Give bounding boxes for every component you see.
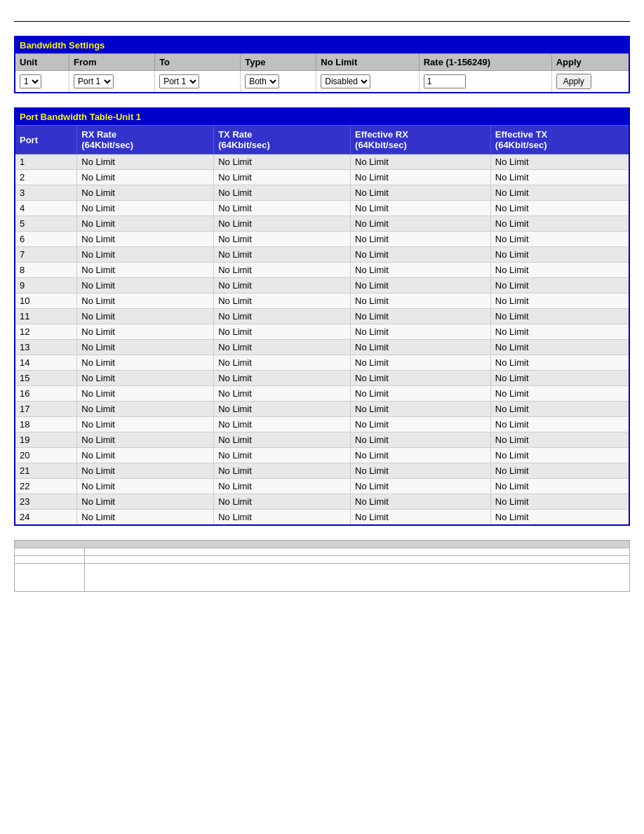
rx-rate-val: No Limit [77,417,214,432]
unit-select[interactable]: 1 [20,74,41,88]
rx-rate-val: No Limit [77,232,214,247]
tx-rate-val: No Limit [214,293,351,309]
tx-rate-val: No Limit [214,216,351,232]
port-num: 21 [15,463,77,479]
port-num: 2 [15,170,77,185]
port-num: 10 [15,293,77,309]
col-rate: Rate (1-156249) [419,54,551,71]
rx-rate-val: No Limit [77,154,214,170]
port-row: 10 No Limit No Limit No Limit No Limit [15,293,629,309]
apply-button[interactable]: Apply [556,74,591,89]
rate-cell [419,71,551,93]
port-num: 9 [15,278,77,293]
port-row: 22 No Limit No Limit No Limit No Limit [15,479,629,494]
bottom-value-3 [85,564,630,592]
rx-rate-val: No Limit [77,170,214,185]
tx-rate-val: No Limit [214,402,351,417]
tx-rate-val: No Limit [214,324,351,340]
tx-rate-val: No Limit [214,309,351,324]
col-apply: Apply [551,54,629,71]
eff-rx-val: No Limit [351,479,491,494]
type-cell: Both RX TX [241,71,316,93]
port-row: 14 No Limit No Limit No Limit No Limit [15,355,629,371]
top-divider [14,21,630,22]
col-no-limit: No Limit [316,54,419,71]
from-cell: Port 1 [69,71,155,93]
rate-input[interactable] [424,74,466,88]
rx-rate-val: No Limit [77,340,214,355]
eff-tx-val: No Limit [490,170,629,185]
rx-rate-val: No Limit [77,278,214,293]
rx-rate-val: No Limit [77,494,214,510]
bottom-value-1 [85,548,630,556]
tx-rate-val: No Limit [214,463,351,479]
eff-tx-val: No Limit [490,494,629,510]
port-row: 2 No Limit No Limit No Limit No Limit [15,170,629,185]
tx-rate-val: No Limit [214,154,351,170]
rx-rate-val: No Limit [77,355,214,371]
rx-rate-val: No Limit [77,402,214,417]
rx-rate-val: No Limit [77,247,214,263]
no-limit-select[interactable]: Disabled Enabled [321,74,370,88]
eff-rx-val: No Limit [351,201,491,216]
rx-rate-val: No Limit [77,432,214,448]
rx-rate-val: No Limit [77,448,214,463]
tx-rate-val: No Limit [214,247,351,263]
eff-rx-val: No Limit [351,355,491,371]
eff-rx-val: No Limit [351,402,491,417]
from-select[interactable]: Port 1 [74,74,114,88]
eff-rx-val: No Limit [351,278,491,293]
eff-rx-val: No Limit [351,417,491,432]
eff-tx-val: No Limit [490,201,629,216]
eff-rx-val: No Limit [351,247,491,263]
type-select[interactable]: Both RX TX [245,74,279,88]
port-row: 11 No Limit No Limit No Limit No Limit [15,309,629,324]
rx-rate-val: No Limit [77,510,214,526]
port-num: 22 [15,479,77,494]
port-row: 18 No Limit No Limit No Limit No Limit [15,417,629,432]
port-rows-body: 1 No Limit No Limit No Limit No Limit 2 … [15,154,629,526]
rx-rate-val: No Limit [77,463,214,479]
col-tx-rate: TX Rate (64Kbit/sec) [214,126,351,154]
eff-tx-val: No Limit [490,402,629,417]
port-bandwidth-table: Port Bandwidth Table-Unit 1 Port RX Rate… [14,107,630,526]
eff-tx-val: No Limit [490,324,629,340]
rx-rate-val: No Limit [77,309,214,324]
eff-rx-val: No Limit [351,371,491,386]
rx-rate-val: No Limit [77,216,214,232]
eff-rx-val: No Limit [351,324,491,340]
unit-cell: 1 [15,71,69,93]
eff-tx-val: No Limit [490,232,629,247]
rx-rate-val: No Limit [77,324,214,340]
eff-rx-val: No Limit [351,448,491,463]
port-row: 5 No Limit No Limit No Limit No Limit [15,216,629,232]
col-unit: Unit [15,54,69,71]
bottom-value-2 [85,556,630,564]
port-num: 11 [15,309,77,324]
rx-rate-val: No Limit [77,201,214,216]
eff-rx-val: No Limit [351,232,491,247]
eff-rx-val: No Limit [351,494,491,510]
bottom-row-3 [15,564,630,592]
port-row: 17 No Limit No Limit No Limit No Limit [15,402,629,417]
col-to: To [155,54,241,71]
port-num: 24 [15,510,77,526]
eff-rx-val: No Limit [351,432,491,448]
port-row: 21 No Limit No Limit No Limit No Limit [15,463,629,479]
to-select[interactable]: Port 1 [159,74,199,88]
port-row: 8 No Limit No Limit No Limit No Limit [15,263,629,278]
port-num: 14 [15,355,77,371]
bottom-label-1 [15,548,85,556]
apply-cell: Apply [551,71,629,93]
port-bandwidth-header: Port Bandwidth Table-Unit 1 [15,108,629,126]
port-num: 17 [15,402,77,417]
bandwidth-settings-header: Bandwidth Settings [15,37,629,54]
bandwidth-settings-row: 1 Port 1 Port 1 Both RX TX [15,71,629,93]
port-num: 20 [15,448,77,463]
port-num: 12 [15,324,77,340]
eff-rx-val: No Limit [351,386,491,402]
tx-rate-val: No Limit [214,386,351,402]
eff-rx-val: No Limit [351,170,491,185]
port-num: 8 [15,263,77,278]
col-from: From [69,54,155,71]
